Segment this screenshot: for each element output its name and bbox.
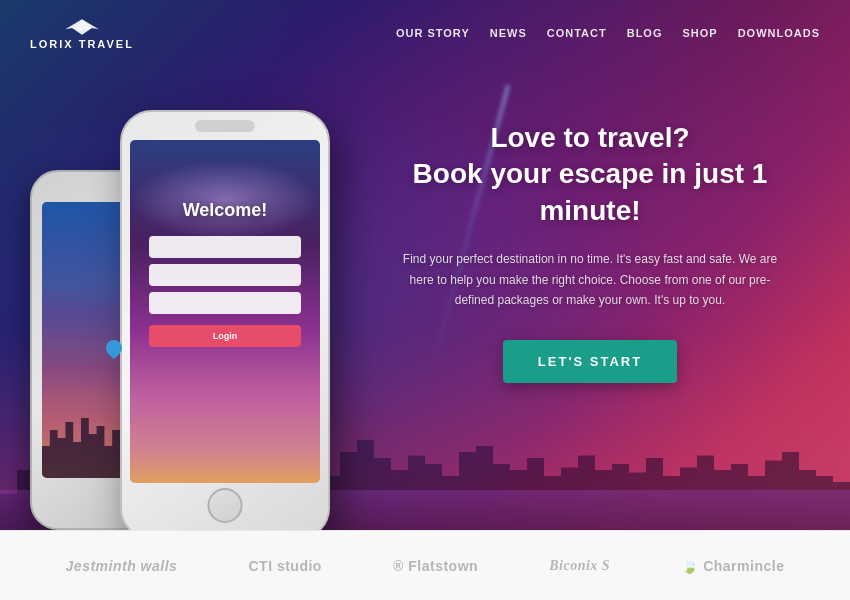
partner-logo-5: 🍃 Charmincle: [681, 558, 784, 574]
phone-input-1: [149, 236, 301, 258]
nav-links: OUR STORY NEWS CONTACT BLOG SHOP DOWNLOA…: [396, 27, 820, 39]
logo[interactable]: LORIX TRAVEL: [30, 16, 134, 50]
hero-section: LORIX TRAVEL OUR STORY NEWS CONTACT BLOG…: [0, 0, 850, 530]
phone-front-screen: Welcome! Login: [130, 140, 320, 483]
partners-strip: Jestminth walls CTI studio ® Flatstown B…: [0, 530, 850, 600]
phone-input-3: [149, 292, 301, 314]
pin-circle: [103, 337, 126, 360]
nav-contact[interactable]: CONTACT: [547, 27, 607, 39]
nav-our-story[interactable]: OUR STORY: [396, 27, 470, 39]
hero-content: Love to travel? Book your escape in just…: [370, 120, 810, 383]
partner-logo-1: Jestminth walls: [66, 558, 178, 574]
partner-logo-4: Biconix S: [549, 558, 610, 574]
phone-notch: [195, 120, 255, 132]
partner-logo-3: ® Flatstown: [393, 558, 478, 574]
navbar: LORIX TRAVEL OUR STORY NEWS CONTACT BLOG…: [0, 0, 850, 65]
hero-headline: Love to travel? Book your escape in just…: [370, 120, 810, 229]
phone-login-form: Login: [149, 236, 301, 347]
phone-mockups: Welcome! Login: [30, 80, 350, 530]
partner-logo-2: CTI studio: [248, 558, 321, 574]
phone-welcome-text: Welcome!: [183, 200, 268, 221]
cta-button[interactable]: LET'S START: [503, 340, 677, 383]
hero-subtext: Find your perfect destination in no time…: [400, 249, 780, 310]
hero-headline-line1: Love to travel?: [490, 122, 689, 153]
logo-bird-icon: [62, 16, 102, 36]
logo-text: LORIX TRAVEL: [30, 38, 134, 50]
phone-login-btn: Login: [149, 325, 301, 347]
nav-blog[interactable]: BLOG: [627, 27, 663, 39]
location-pin: [104, 340, 124, 364]
nav-downloads[interactable]: DOWNLOADS: [738, 27, 820, 39]
nav-shop[interactable]: SHOP: [682, 27, 717, 39]
phone-home-button: [208, 488, 243, 523]
nav-news[interactable]: NEWS: [490, 27, 527, 39]
phone-front: Welcome! Login: [120, 110, 330, 530]
phone-input-2: [149, 264, 301, 286]
hero-headline-line2: Book your escape in just 1 minute!: [413, 158, 768, 225]
